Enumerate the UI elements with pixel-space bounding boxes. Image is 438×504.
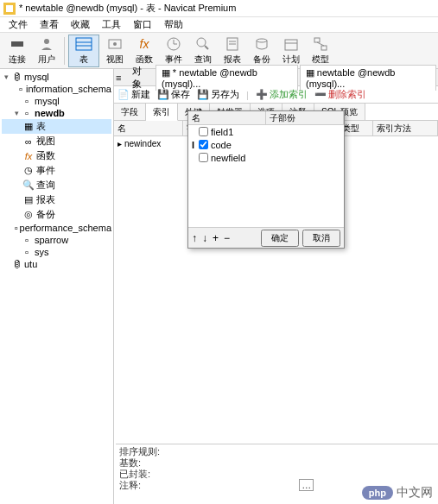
- menu-tools[interactable]: 工具: [97, 17, 126, 32]
- menu-help[interactable]: 帮助: [159, 17, 188, 32]
- action-save[interactable]: 💾 保存: [157, 88, 190, 101]
- checkbox[interactable]: [199, 140, 208, 149]
- tree-sys[interactable]: ▫sys: [2, 246, 111, 258]
- popup-body: field1 Icode newfield: [188, 125, 344, 227]
- svg-point-8: [113, 42, 117, 46]
- info-packed: 已封装:: [119, 469, 435, 480]
- cell-name[interactable]: newindex: [121, 138, 164, 149]
- menu-window[interactable]: 窗口: [128, 17, 157, 32]
- tree-views[interactable]: ∞视图: [2, 134, 111, 148]
- nav-add-icon[interactable]: +: [213, 232, 219, 244]
- report-icon: ▤: [22, 195, 35, 205]
- svg-rect-4: [76, 38, 92, 50]
- search-icon: 🔍: [22, 180, 35, 191]
- window-title: * newtable @newdb (mysql) - 表 - Navicat …: [19, 2, 236, 15]
- popup-row[interactable]: field1: [188, 125, 344, 138]
- nav-remove-icon[interactable]: −: [224, 232, 230, 244]
- nav-down-icon[interactable]: ↓: [202, 232, 207, 244]
- database-icon: 🛢: [10, 72, 22, 82]
- tree-backup[interactable]: ◎备份: [2, 207, 111, 222]
- note-expand-icon[interactable]: …: [299, 479, 314, 491]
- popup-nav: ↑ ↓ + −: [192, 232, 230, 244]
- tree-functions[interactable]: fx函数: [2, 148, 111, 163]
- view-icon: ∞: [22, 136, 35, 147]
- tabbar: ≡ 对象 ▦ * newtable @newdb (mysql)... ▦ ne…: [114, 69, 438, 86]
- subtab-index[interactable]: 索引: [146, 104, 178, 121]
- schema-icon: ▫: [21, 235, 33, 245]
- subtab-fields[interactable]: 字段: [114, 104, 146, 120]
- tree-sparrow[interactable]: ▫sparrow: [2, 234, 111, 246]
- svg-point-12: [197, 38, 206, 47]
- popup-row[interactable]: newfield: [188, 151, 344, 164]
- tree-events[interactable]: ◷事件: [2, 163, 111, 178]
- menu-view[interactable]: 查看: [35, 17, 64, 32]
- popup-row[interactable]: Icode: [188, 138, 344, 151]
- tool-table[interactable]: 表: [68, 35, 99, 67]
- watermark-text: 中文网: [397, 485, 433, 501]
- action-saveas[interactable]: 💾 另存为: [197, 88, 239, 101]
- tool-report[interactable]: 报表: [219, 35, 246, 67]
- action-delindex[interactable]: ➖ 删除索引: [314, 88, 366, 101]
- php-badge: php: [362, 486, 393, 500]
- checkbox[interactable]: [199, 153, 208, 162]
- tool-view[interactable]: 视图: [101, 35, 129, 67]
- ok-button[interactable]: 确定: [261, 230, 299, 247]
- tree-infoschema[interactable]: ▫information_schema: [2, 83, 111, 95]
- tool-connect[interactable]: 连接: [3, 35, 31, 67]
- cancel-button[interactable]: 取消: [302, 230, 340, 247]
- menu-file[interactable]: 文件: [3, 17, 33, 32]
- menubar: 文件 查看 收藏 工具 窗口 帮助: [0, 17, 438, 33]
- popup-header: 名 子部份: [188, 111, 344, 125]
- objects-icon[interactable]: ≡: [116, 72, 129, 83]
- tool-query[interactable]: 查询: [189, 35, 217, 67]
- tree-newdb[interactable]: ▾▫newdb: [2, 107, 111, 119]
- table-icon: ▦: [162, 67, 170, 78]
- schema-icon: ▫: [21, 108, 33, 118]
- svg-rect-20: [314, 38, 320, 42]
- popup-footer: ↑ ↓ + − 确定 取消: [188, 227, 344, 248]
- action-new[interactable]: 📄 新建: [117, 88, 150, 101]
- tree-mysqldb[interactable]: ▫mysql: [2, 95, 111, 107]
- schema-icon: ▫: [17, 84, 24, 94]
- svg-rect-18: [285, 40, 297, 50]
- backup-icon: ◎: [22, 210, 35, 220]
- titlebar: * newtable @newdb (mysql) - 表 - Navicat …: [0, 0, 438, 17]
- bottom-info: 排序规则: 基数: 已封装: 注释: …: [116, 444, 438, 488]
- schema-icon: ▫: [21, 96, 33, 106]
- tree-mysql[interactable]: ▾🛢mysql: [2, 71, 111, 83]
- svg-point-17: [257, 39, 267, 42]
- svg-line-22: [317, 42, 324, 46]
- tool-event[interactable]: 事件: [160, 35, 187, 67]
- schema-icon: ▫: [15, 223, 18, 233]
- col-name[interactable]: 名: [114, 121, 183, 135]
- svg-rect-1: [6, 5, 13, 12]
- clock-icon: ◷: [22, 166, 35, 176]
- tool-user[interactable]: 用户: [33, 35, 60, 67]
- tree-perfschema[interactable]: ▫performance_schema: [2, 222, 111, 234]
- tool-schedule[interactable]: 计划: [277, 35, 305, 67]
- info-base: 基数:: [119, 457, 435, 469]
- tree-queries[interactable]: 🔍查询: [2, 178, 111, 192]
- separator: [64, 37, 65, 65]
- nav-up-icon[interactable]: ↑: [192, 232, 197, 244]
- tree-utu[interactable]: 🛢utu: [2, 258, 111, 270]
- popup-col-name[interactable]: 名: [188, 111, 266, 124]
- action-addindex[interactable]: ➕ 添加索引: [256, 88, 308, 101]
- watermark: php 中文网: [362, 485, 433, 501]
- svg-point-3: [44, 39, 49, 44]
- checkbox[interactable]: [199, 127, 208, 136]
- tree-reports[interactable]: ▤报表: [2, 192, 111, 207]
- svg-line-13: [205, 46, 208, 49]
- database-icon: 🛢: [10, 259, 22, 269]
- tool-function[interactable]: fx函数: [130, 35, 158, 67]
- table-icon: ▦: [306, 67, 314, 78]
- tool-backup[interactable]: 备份: [248, 35, 276, 67]
- svg-rect-2: [11, 41, 23, 47]
- col-method[interactable]: 索引方法: [373, 121, 438, 135]
- tree-tables[interactable]: ▦表: [2, 119, 111, 134]
- table-icon: ▦: [22, 122, 35, 132]
- field-selector-popup: 名 子部份 field1 Icode newfield ↑ ↓ + − 确定 取…: [187, 110, 345, 249]
- popup-col-sub[interactable]: 子部份: [266, 111, 344, 124]
- tool-model[interactable]: 模型: [307, 35, 334, 67]
- menu-fav[interactable]: 收藏: [66, 17, 95, 32]
